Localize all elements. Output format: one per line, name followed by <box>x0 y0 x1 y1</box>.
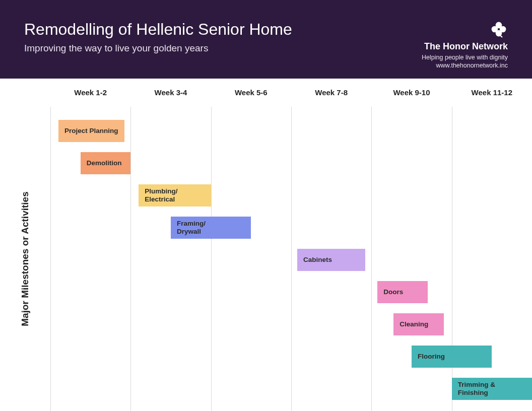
week-label: Week 9-10 <box>371 88 451 97</box>
gantt-grid: Project PlanningDemolitionPlumbing/ Elec… <box>50 107 532 411</box>
gantt-bar: Cleaning <box>393 313 444 335</box>
page-subtitle: Improving the way to live your golden ye… <box>24 43 292 54</box>
week-label: Week 5-6 <box>211 88 291 97</box>
header-left: Remodelling of Hellenic Senior Home Impr… <box>24 20 292 54</box>
week-label: Week 11-12 <box>452 88 532 97</box>
week-label: Week 7-8 <box>291 88 371 97</box>
brand-name: The Honor Network <box>422 41 508 52</box>
gantt-bar: Trimming & Finishing <box>452 378 532 400</box>
y-axis-label: Major Milestones or Activities <box>20 191 31 326</box>
clover-icon <box>490 20 508 38</box>
gantt-bar: Project Planning <box>58 120 124 142</box>
chart-area: Major Milestones or Activities Project P… <box>0 107 532 411</box>
gantt-bar: Flooring <box>412 346 492 368</box>
gantt-bar: Framing/ Drywall <box>171 217 251 239</box>
brand-url: www.thehonornetwork.inc <box>422 62 508 69</box>
header-right: The Honor Network Helping people live wi… <box>422 20 508 69</box>
brand-tagline: Helping people live with dignity <box>422 54 508 61</box>
gantt-bar: Demolition <box>81 152 131 174</box>
page-header: Remodelling of Hellenic Senior Home Impr… <box>0 0 532 79</box>
page-title: Remodelling of Hellenic Senior Home <box>24 20 292 39</box>
brand-logo <box>422 20 508 38</box>
timeline-header: Week 1-2 Week 3-4 Week 5-6 Week 7-8 Week… <box>0 79 532 107</box>
week-label: Week 1-2 <box>50 88 130 97</box>
week-label: Week 3-4 <box>130 88 211 97</box>
y-axis: Major Milestones or Activities <box>0 107 50 411</box>
gantt-bar: Plumbing/ Electrical <box>139 184 211 207</box>
gantt-bar: Doors <box>377 281 428 303</box>
gantt-bar: Cabinets <box>297 249 365 271</box>
gantt-bars: Project PlanningDemolitionPlumbing/ Elec… <box>50 107 532 411</box>
